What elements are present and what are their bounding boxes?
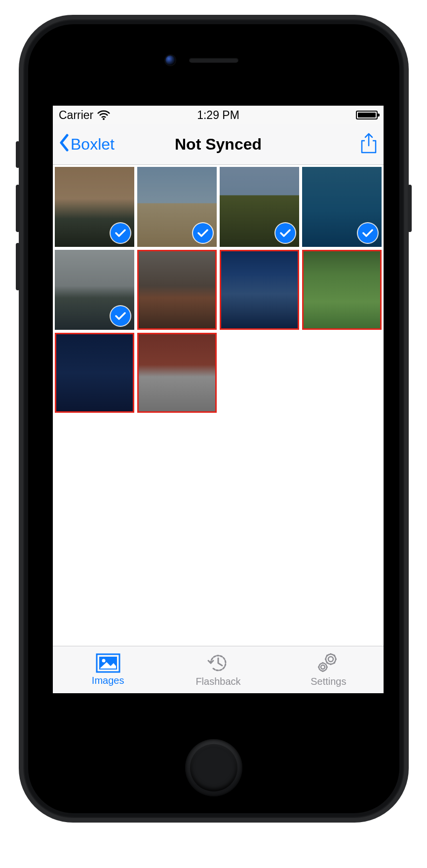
phone-frame: Carrier 1:29 PM <box>19 15 409 823</box>
photo-thumb[interactable] <box>55 250 134 330</box>
tab-flashback[interactable]: Flashback <box>163 646 273 693</box>
photo-thumb[interactable] <box>302 250 382 330</box>
front-camera <box>165 55 175 65</box>
power-button <box>408 185 412 232</box>
clock: 1:29 PM <box>53 109 384 122</box>
checkmark-icon <box>275 223 295 243</box>
svg-point-5 <box>328 657 333 662</box>
tab-label: Images <box>92 675 124 686</box>
tab-bar: Images Flashback <box>53 646 384 693</box>
volume-down-button <box>16 243 20 290</box>
photo-thumb[interactable] <box>302 167 382 247</box>
svg-line-12 <box>334 663 335 664</box>
photo-thumb[interactable] <box>137 167 217 247</box>
history-icon <box>207 652 230 674</box>
svg-line-13 <box>327 663 328 664</box>
gear-icon <box>316 652 341 674</box>
photo-thumb[interactable] <box>137 250 217 330</box>
checkmark-icon <box>358 223 378 243</box>
svg-point-16 <box>319 663 327 671</box>
photo-thumb[interactable] <box>220 167 299 247</box>
back-label: Boxlet <box>71 135 115 154</box>
battery-icon <box>356 111 378 119</box>
back-button[interactable]: Boxlet <box>59 134 115 156</box>
status-bar: Carrier 1:29 PM <box>53 106 384 124</box>
photo-thumb[interactable] <box>55 167 134 247</box>
svg-point-4 <box>102 659 105 663</box>
checkmark-icon <box>111 223 130 243</box>
share-button[interactable] <box>360 133 378 157</box>
images-icon <box>96 653 120 673</box>
svg-line-14 <box>334 655 335 656</box>
mute-switch <box>16 141 20 168</box>
photo-grid[interactable] <box>53 165 384 646</box>
tab-settings[interactable]: Settings <box>273 646 384 693</box>
home-button[interactable] <box>185 739 242 796</box>
svg-point-15 <box>321 665 325 669</box>
photo-thumb[interactable] <box>55 333 134 413</box>
photo-thumb[interactable] <box>137 333 217 413</box>
nav-bar: Boxlet Not Synced <box>53 124 384 165</box>
volume-up-button <box>16 185 20 232</box>
tab-images[interactable]: Images <box>53 646 163 693</box>
checkmark-icon <box>111 306 130 326</box>
checkmark-icon <box>193 223 213 243</box>
tab-label: Settings <box>311 676 346 687</box>
screen: Carrier 1:29 PM <box>53 106 384 693</box>
tab-label: Flashback <box>195 676 240 687</box>
photo-thumb[interactable] <box>220 250 299 330</box>
speaker <box>189 58 238 63</box>
chevron-left-icon <box>59 134 70 156</box>
share-icon <box>360 148 378 156</box>
svg-line-11 <box>327 655 328 656</box>
